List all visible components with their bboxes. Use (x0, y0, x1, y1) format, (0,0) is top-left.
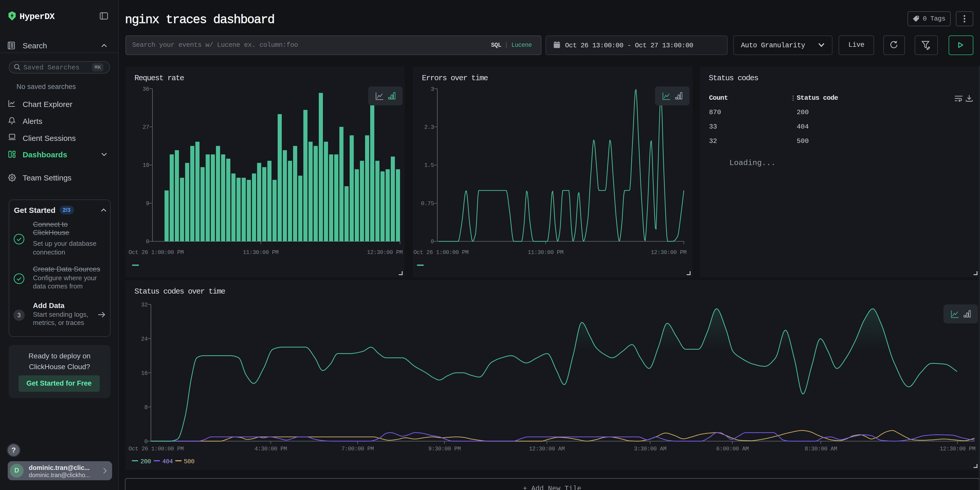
svg-text:0: 0 (145, 239, 149, 245)
svg-text:7:00:00 PM: 7:00:00 PM (341, 446, 374, 452)
svg-text:Oct 26 1:00:00 PM: Oct 26 1:00:00 PM (413, 249, 468, 256)
svg-text:Oct 26 1:00:00 PM: Oct 26 1:00:00 PM (128, 249, 183, 256)
svg-text:11:30:00 PM: 11:30:00 PM (243, 249, 278, 256)
svg-text:18: 18 (142, 162, 149, 169)
svg-text:200: 200 (140, 458, 151, 465)
svg-text:0.75: 0.75 (421, 200, 434, 207)
svg-text:27: 27 (142, 124, 149, 130)
svg-text:9:30:00 PM: 9:30:00 PM (428, 446, 460, 452)
svg-text:0: 0 (430, 239, 434, 245)
svg-text:0: 0 (144, 439, 147, 445)
svg-text:16: 16 (141, 370, 147, 377)
svg-text:404: 404 (162, 458, 173, 465)
svg-text:Oct 26 1:00:00 PM: Oct 26 1:00:00 PM (128, 446, 183, 452)
svg-text:8:30:00 AM: 8:30:00 AM (804, 446, 837, 452)
svg-text:500: 500 (183, 458, 194, 465)
svg-text:12:30:00 PM: 12:30:00 PM (651, 249, 686, 256)
svg-text:11:30:00 PM: 11:30:00 PM (528, 249, 563, 256)
svg-text:4:30:00 PM: 4:30:00 PM (254, 446, 286, 452)
svg-text:32: 32 (141, 302, 147, 308)
svg-text:12:30:00 PM: 12:30:00 PM (939, 446, 975, 452)
svg-text:3: 3 (430, 86, 434, 92)
svg-text:8: 8 (144, 404, 147, 411)
svg-text:2.3: 2.3 (424, 124, 434, 130)
svg-text:36: 36 (142, 86, 149, 92)
svg-text:12:30:00 AM: 12:30:00 AM (529, 446, 565, 452)
svg-text:3:30:00 AM: 3:30:00 AM (634, 446, 666, 452)
svg-text:9: 9 (145, 200, 149, 207)
svg-text:12:30:00 PM: 12:30:00 PM (367, 249, 402, 256)
svg-text:24: 24 (141, 336, 148, 342)
svg-text:6:00:00 AM: 6:00:00 AM (716, 446, 748, 452)
svg-text:1.5: 1.5 (424, 162, 434, 169)
